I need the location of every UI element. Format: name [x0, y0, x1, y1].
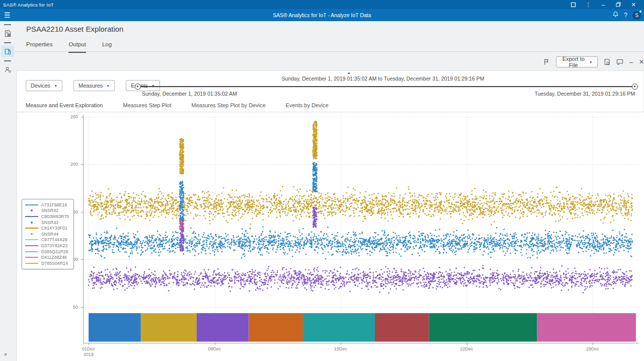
x-axis-tick-label: 29Dec [586, 346, 599, 352]
switch-workspace-icon[interactable] [566, 0, 581, 9]
legend-line-marker [24, 204, 39, 205]
legend-item: D385Q31P28 [24, 249, 71, 255]
maximize-flag-icon[interactable] [543, 58, 550, 65]
time-range-summary: Sunday, December 1, 2019 01:35:02 AM to … [131, 76, 635, 82]
slider-start-handle[interactable] [135, 84, 141, 90]
legend-item: SNSR44 [24, 231, 71, 237]
legend-item: D411Z48Z48 [24, 254, 71, 260]
legend-line-marker [24, 251, 39, 252]
rail-divider [4, 24, 11, 25]
app-bar-title: SAS® Analytics for IoT - Analyze IoT Dat… [0, 12, 644, 18]
chevron-down-icon: ▼ [54, 84, 57, 88]
chevron-down-icon: ▼ [589, 60, 593, 64]
x-axis-tick-label: 22Dec [460, 346, 473, 352]
x-axis-tick-label: 01Dec2019 [82, 346, 95, 357]
header-divider [15, 51, 644, 52]
report-history-icon[interactable] [604, 58, 610, 65]
legend-label: SNSR44 [41, 232, 58, 237]
legend-label: C803W83R70 [41, 214, 69, 219]
legend-label: D373Y82K23 [41, 243, 67, 248]
left-nav-rail: » [0, 21, 15, 361]
help-icon[interactable]: ? [624, 12, 627, 19]
legend-item: SNSR42 [24, 208, 71, 214]
app-window: SAS® Analytics for IoT ⋮ – ✕ ☰ SAS® Anal… [0, 0, 644, 361]
output-panel: Devices ▼ Measures ▼ Events ▼ ▲ Sunday, … [17, 70, 644, 361]
legend-item: SNSR43 [24, 220, 71, 226]
measures-dropdown[interactable]: Measures ▼ [73, 80, 115, 91]
measures-label: Measures [78, 83, 103, 89]
window-title: SAS® Analytics for IoT [3, 2, 566, 8]
chevron-down-icon: ▼ [106, 84, 110, 88]
export-to-file-button[interactable]: Export to File ▼ [556, 56, 598, 67]
devices-dropdown[interactable]: Devices ▼ [26, 80, 62, 91]
export-to-file-label: Export to File [561, 56, 586, 68]
page-title: PSAA2210 Asset Exploration [26, 25, 123, 33]
chart-legend: A731F68E18SNSR42C803W83R70SNSR43C814Y33F… [22, 199, 74, 269]
legend-label: D411Z48Z48 [41, 255, 67, 260]
analyze-iot-data-icon[interactable] [1, 45, 14, 57]
x-axis-tick-label: 08Dec [208, 346, 221, 352]
rail-divider [4, 60, 11, 61]
legend-label: D785S04R14 [41, 261, 68, 266]
legend-line-marker [24, 257, 39, 258]
legend-item: A731F68E18 [24, 202, 71, 208]
legend-label: C977T44X29 [41, 237, 67, 242]
legend-line-marker [24, 228, 39, 229]
legend-line-marker [24, 245, 39, 246]
close-panel-icon[interactable]: ✕ [639, 58, 644, 65]
legend-label: SNSR42 [41, 208, 58, 213]
time-range-slider: ▲ Sunday, December 1, 2019 01:35:02 AM t… [131, 71, 639, 101]
legend-label: D385Q31P28 [41, 249, 68, 254]
rail-divider [4, 42, 11, 43]
slider-end-handle[interactable] [632, 84, 638, 90]
scatter-plot-canvas [76, 112, 644, 352]
legend-item: C814Y33F01 [24, 225, 71, 231]
slider-track[interactable] [138, 86, 635, 87]
legend-dot-marker [24, 222, 39, 224]
legend-line-marker [24, 239, 39, 240]
legend-item: C803W83R70 [24, 213, 71, 220]
legend-item: D373Y82K23 [24, 243, 71, 249]
legend-item: C977T44X29 [24, 237, 71, 243]
legend-label: A731F68E18 [41, 202, 67, 207]
comments-icon[interactable] [616, 59, 623, 65]
notifications-bell-icon[interactable] [612, 11, 619, 20]
devices-label: Devices [31, 83, 50, 89]
legend-label: C814Y33F01 [41, 226, 67, 231]
legend-item: D785S04R14 [24, 260, 71, 266]
legend-dot-marker [24, 209, 39, 211]
x-axis-tick-label: 15Dec [334, 346, 347, 352]
legend-dot-marker [24, 233, 39, 235]
minimize-panel-icon[interactable]: – [629, 58, 633, 66]
restore-window-icon[interactable] [611, 0, 626, 9]
expand-rail-icon[interactable]: » [4, 351, 7, 357]
window-titlebar: SAS® Analytics for IoT ⋮ – ✕ [0, 0, 644, 9]
user-avatar[interactable]: S [632, 11, 641, 20]
slider-end-label: Tuesday, December 31, 2019 01:29:16 PM [534, 91, 635, 97]
scatter-chart: 50100150200250 01Dec201908Dec15Dec22Dec2… [17, 112, 644, 361]
legend-label: SNSR43 [41, 220, 58, 225]
data-sources-icon[interactable] [0, 27, 15, 39]
avatar-initial: S [635, 13, 638, 18]
y-axis-tick-label: 200 [63, 162, 78, 167]
avatar-status-dot [639, 11, 641, 13]
slider-start-label: Sunday, December 1, 2019 01:35:02 AM [142, 91, 237, 97]
y-axis-tick-label: 50 [63, 305, 78, 310]
collapse-caret-icon[interactable]: ▲ [347, 71, 351, 75]
legend-line-marker [24, 216, 39, 217]
y-axis-tick-label: 250 [63, 114, 78, 119]
minimize-window-icon[interactable]: – [596, 0, 611, 9]
explore-toolbar: Export to File ▼ – ✕ [543, 56, 644, 67]
users-admin-icon[interactable] [0, 63, 15, 76]
close-window-icon[interactable]: ✕ [626, 0, 641, 9]
legend-line-marker [24, 263, 39, 264]
app-bar: ☰ SAS® Analytics for IoT - Analyze IoT D… [0, 9, 644, 21]
kebab-menu-icon[interactable]: ⋮ [581, 0, 596, 9]
